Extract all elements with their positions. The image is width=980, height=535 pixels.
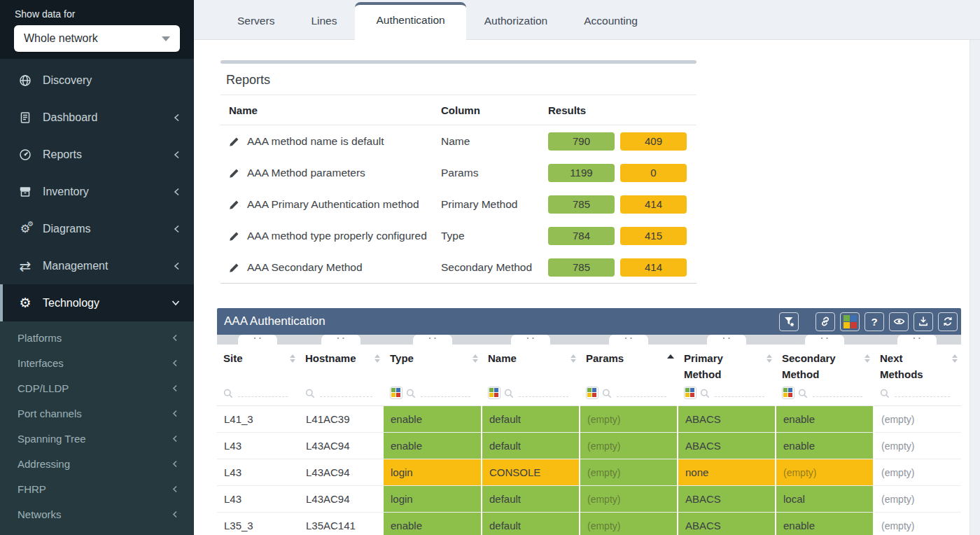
chevron-left-icon <box>172 510 178 518</box>
sort-icon[interactable] <box>374 354 380 363</box>
sidebar-item-dashboard[interactable]: Dashboard <box>0 99 194 136</box>
column-resize-handle[interactable] <box>707 335 746 345</box>
column-filter-input[interactable] <box>488 385 574 399</box>
sidebar-item-discovery[interactable]: Discovery <box>0 62 194 99</box>
filter-settings-button[interactable] <box>779 312 799 331</box>
download-button[interactable] <box>913 312 933 331</box>
sort-asc-icon[interactable] <box>667 354 674 359</box>
sort-icon[interactable] <box>472 354 478 363</box>
sort-icon[interactable] <box>952 354 958 363</box>
yellow-count-badge[interactable]: 409 <box>620 132 687 151</box>
column-header-secondary-method[interactable]: Secondary Method <box>776 345 874 384</box>
pencil-icon[interactable] <box>229 230 240 242</box>
tab-authentication[interactable]: Authentication <box>355 2 465 40</box>
column-header-params[interactable]: Params <box>580 345 678 384</box>
sidebar-item-port-channels[interactable]: Port channels <box>0 401 194 426</box>
green-count-badge[interactable]: 784 <box>548 227 615 245</box>
sidebar-item-platforms[interactable]: Platforms <box>0 325 194 350</box>
site-link[interactable]: L43 <box>217 486 299 513</box>
column-filter-input[interactable] <box>782 385 868 399</box>
report-name[interactable]: AAA method type properly configured <box>247 230 427 242</box>
sidebar-item-routing[interactable]: Routing <box>0 527 194 535</box>
column-resize-handle[interactable] <box>897 335 937 345</box>
tab-lines[interactable]: Lines <box>293 3 355 39</box>
color-palette-button[interactable] <box>840 312 860 331</box>
green-count-badge[interactable]: 1199 <box>548 164 615 182</box>
pencil-icon[interactable] <box>229 136 240 147</box>
column-filter-input[interactable] <box>390 385 476 399</box>
scrollbar[interactable] <box>969 40 980 535</box>
column-resize-handle[interactable] <box>321 335 360 345</box>
pencil-icon[interactable] <box>229 262 240 273</box>
type-cell: login <box>384 459 482 486</box>
hostname-link[interactable]: L43AC94 <box>299 433 384 459</box>
sort-icon[interactable] <box>864 354 870 363</box>
sidebar-item-diagrams[interactable]: ⚙⚙ Diagrams <box>0 210 194 247</box>
sidebar-item-fhrp[interactable]: FHRP <box>0 476 194 501</box>
primary-method-cell: ABACS <box>678 486 776 513</box>
hostname-link[interactable]: L43AC94 <box>299 459 384 486</box>
report-name[interactable]: AAA Secondary Method <box>247 261 363 274</box>
green-count-badge[interactable]: 785 <box>548 195 615 214</box>
refresh-button[interactable] <box>938 312 958 331</box>
hostname-link[interactable]: L41AC39 <box>299 406 384 433</box>
yellow-count-badge[interactable]: 0 <box>620 164 687 182</box>
palette-filter-icon[interactable] <box>390 387 402 399</box>
green-count-badge[interactable]: 785 <box>548 258 615 277</box>
column-header-site[interactable]: Site <box>217 345 299 384</box>
column-header-type[interactable]: Type <box>384 345 482 384</box>
tab-servers[interactable]: Servers <box>219 3 293 39</box>
yellow-count-badge[interactable]: 414 <box>620 195 687 214</box>
sidebar-item-interfaces[interactable]: Interfaces <box>0 350 194 375</box>
site-link[interactable]: L35_3 <box>217 513 299 535</box>
report-name[interactable]: AAA Method parameters <box>247 167 365 179</box>
sort-icon[interactable] <box>290 354 295 363</box>
yellow-count-badge[interactable]: 414 <box>620 258 687 277</box>
link-button[interactable] <box>816 312 835 331</box>
report-name[interactable]: AAA Primary Authentication method <box>247 198 419 211</box>
hostname-link[interactable]: L35AC141 <box>299 513 384 535</box>
column-header-next-methods[interactable]: Next Methods <box>874 345 961 384</box>
column-header-hostname[interactable]: Hostname <box>299 345 384 384</box>
column-resize-handle[interactable] <box>238 335 277 345</box>
column-resize-handle[interactable] <box>413 335 452 345</box>
sidebar-item-spanning-tree[interactable]: Spanning Tree <box>0 426 194 451</box>
sidebar-item-addressing[interactable]: Addressing <box>0 451 194 476</box>
view-button[interactable] <box>889 312 909 331</box>
sort-icon[interactable] <box>766 354 772 363</box>
site-link[interactable]: L41_3 <box>217 406 299 433</box>
sidebar-item-networks[interactable]: Networks <box>0 501 194 527</box>
column-filter-input[interactable] <box>880 385 955 399</box>
pencil-icon[interactable] <box>229 167 240 179</box>
site-link[interactable]: L43 <box>217 433 299 459</box>
column-filter-input[interactable] <box>305 385 378 399</box>
yellow-count-badge[interactable]: 415 <box>620 227 687 245</box>
network-select[interactable]: Whole network <box>14 25 180 52</box>
sidebar-item-inventory[interactable]: Inventory <box>0 173 194 210</box>
site-link[interactable]: L43 <box>217 459 299 486</box>
pencil-icon[interactable] <box>229 199 240 210</box>
column-resize-handle[interactable] <box>609 335 648 345</box>
help-button[interactable]: ? <box>864 312 884 331</box>
tab-authorization[interactable]: Authorization <box>466 3 566 39</box>
sidebar-item-management[interactable]: ⇄ Management <box>0 247 194 284</box>
column-filter-input[interactable] <box>684 385 770 399</box>
palette-filter-icon[interactable] <box>586 387 598 399</box>
column-resize-handle[interactable] <box>805 335 844 345</box>
column-resize-handle[interactable] <box>511 335 550 345</box>
palette-filter-icon[interactable] <box>488 387 500 399</box>
hostname-link[interactable]: L43AC94 <box>299 486 384 513</box>
column-filter-input[interactable] <box>586 385 672 399</box>
column-header-name[interactable]: Name <box>482 345 580 384</box>
green-count-badge[interactable]: 790 <box>548 132 615 151</box>
tab-accounting[interactable]: Accounting <box>566 3 656 39</box>
palette-filter-icon[interactable] <box>684 387 696 399</box>
column-header-primary-method[interactable]: Primary Method <box>678 345 776 384</box>
sidebar-item-cdp-lldp[interactable]: CDP/LLDP <box>0 375 194 401</box>
report-name[interactable]: AAA method name is default <box>247 135 384 148</box>
sidebar-item-reports[interactable]: Reports <box>0 136 194 173</box>
column-filter-input[interactable] <box>223 385 293 399</box>
sidebar-item-technology[interactable]: ⚙ Technology <box>0 284 194 321</box>
palette-filter-icon[interactable] <box>782 387 794 399</box>
sort-icon[interactable] <box>570 354 576 363</box>
